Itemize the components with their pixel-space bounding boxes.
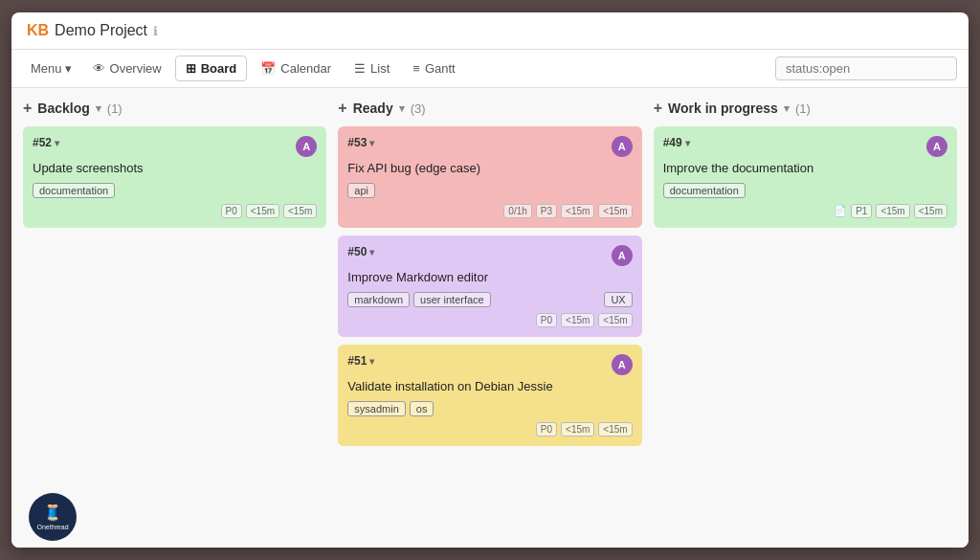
card-49-title: Improve the documentation [663,161,947,175]
tag-sysadmin[interactable]: sysadmin [347,401,405,416]
ready-add-button[interactable]: + [338,100,346,117]
nav-bar: Menu ▾ 👁 Overview ⊞ Board 📅 Calendar ☰ L… [11,50,969,88]
overview-icon: 👁 [93,61,105,76]
title-bar: KB Demo Project ℹ [11,12,969,50]
nav-list[interactable]: ☰ List [345,56,399,80]
card-51-id[interactable]: #51 ▾ [347,354,374,368]
card-53-time2: <15m [598,204,632,218]
tag-api[interactable]: api [347,183,375,198]
card-51-title: Validate installation on Debian Jessie [347,379,632,393]
card-53-avatar: A [612,136,633,157]
column-ready: + Ready ▾ (3) #53 ▾ A Fix API bug (edge … [338,100,641,536]
backlog-count: (1) [107,101,122,116]
card-50-tag-group: markdown user interface [347,292,490,307]
card-53: #53 ▾ A Fix API bug (edge case) api 0/1h… [338,126,641,228]
card-52-title: Update screenshots [33,161,317,175]
wip-title: Work in progress [668,101,778,116]
info-icon[interactable]: ℹ [153,24,158,38]
card-50-id[interactable]: #50 ▾ [347,245,374,258]
card-50-chevron-icon: ▾ [369,247,374,258]
onethread-logo-icon: 🧵 [43,504,62,522]
tag-markdown[interactable]: markdown [347,292,410,307]
card-49-id[interactable]: #49 ▾ [663,136,690,149]
chevron-down-icon: ▾ [65,61,72,76]
card-49: #49 ▾ A Improve the documentation docume… [654,126,957,228]
card-51-header: #51 ▾ A [347,354,632,375]
card-53-title: Fix API bug (edge case) [347,161,632,175]
card-51-footer: P0 <15m <15m [347,422,632,437]
calendar-icon: 📅 [260,61,276,76]
backlog-add-button[interactable]: + [23,100,32,117]
card-50-priority: P0 [536,313,557,327]
tag-user-interface[interactable]: user interface [413,292,491,307]
card-53-tags: api [347,183,632,198]
tag-documentation[interactable]: documentation [33,183,115,198]
board-container: + Backlog ▾ (1) #52 ▾ A Update screensho… [11,88,969,548]
ready-chevron-icon[interactable]: ▾ [399,102,405,115]
card-49-footer: 📄 P1 <15m <15m [663,204,947,218]
card-52-chevron-icon: ▾ [55,138,59,148]
card-50-tags-row: markdown user interface UX [347,292,632,307]
nav-overview[interactable]: 👁 Overview [83,56,171,80]
wip-count: (1) [795,101,811,116]
card-52-header: #52 ▾ A [33,136,317,157]
column-wip: + Work in progress ▾ (1) #49 ▾ A Improve… [654,100,957,536]
app-window: KB Demo Project ℹ Menu ▾ 👁 Overview ⊞ Bo… [11,12,969,548]
card-50-title: Improve Markdown editor [347,270,632,284]
card-52-footer: P0 <15m <15m [33,204,317,218]
card-49-header: #49 ▾ A [663,136,947,157]
card-53-chevron-icon: ▾ [369,138,374,148]
card-51: #51 ▾ A Validate installation on Debian … [338,345,641,446]
card-51-time1: <15m [561,422,594,437]
column-ready-header: + Ready ▾ (3) [338,100,641,117]
backlog-title: Backlog [37,101,89,116]
tag-os[interactable]: os [410,401,434,416]
card-51-time2: <15m [598,422,632,437]
gantt-icon: ≡ [412,61,420,76]
title-text: Demo Project [55,22,147,39]
card-49-time1: <15m [876,204,909,218]
wip-add-button[interactable]: + [654,100,662,117]
tag-ux[interactable]: UX [604,292,632,307]
card-50-tags: markdown user interface UX [347,292,632,307]
wip-chevron-icon[interactable]: ▾ [784,102,790,115]
card-53-time0: 0/1h [503,204,531,218]
card-52-time1: <15m [246,204,279,218]
ready-count: (3) [411,101,426,116]
card-52-avatar: A [296,136,317,157]
column-wip-header: + Work in progress ▾ (1) [654,100,957,117]
file-icon: 📄 [834,205,847,217]
column-backlog-header: + Backlog ▾ (1) [23,100,326,117]
nav-gantt[interactable]: ≡ Gantt [403,56,464,80]
card-53-header: #53 ▾ A [347,136,632,157]
card-51-avatar: A [612,354,633,375]
card-53-footer: 0/1h P3 <15m <15m [347,204,632,218]
card-50-time1: <15m [561,313,594,327]
card-49-avatar: A [926,136,947,157]
menu-button[interactable]: Menu ▾ [23,57,79,79]
onethread-label: Onethread [36,524,68,530]
card-50-avatar: A [612,245,633,266]
card-49-time2: <15m [914,204,947,218]
list-icon: ☰ [354,61,366,76]
card-52-priority: P0 [221,204,242,218]
card-52: #52 ▾ A Update screenshots documentation… [23,126,326,228]
nav-calendar[interactable]: 📅 Calendar [251,56,341,80]
backlog-chevron-icon[interactable]: ▾ [96,102,101,115]
card-50: #50 ▾ A Improve Markdown editor markdown… [338,235,641,337]
card-52-id[interactable]: #52 ▾ [33,136,59,149]
card-50-footer: P0 <15m <15m [347,313,632,327]
search-input[interactable] [775,56,957,80]
ready-title: Ready [353,101,393,116]
card-53-id[interactable]: #53 ▾ [347,136,374,149]
onethread-logo[interactable]: 🧵 Onethread [29,493,77,541]
card-51-chevron-icon: ▾ [369,356,374,367]
card-52-tags: documentation [33,183,317,198]
card-52-time2: <15m [283,204,317,218]
tag-documentation-49[interactable]: documentation [663,183,746,198]
card-49-chevron-icon: ▾ [685,138,690,148]
card-50-time2: <15m [598,313,632,327]
card-53-priority: P3 [536,204,557,218]
card-49-tags: documentation [663,183,947,198]
nav-board[interactable]: ⊞ Board [175,56,248,81]
